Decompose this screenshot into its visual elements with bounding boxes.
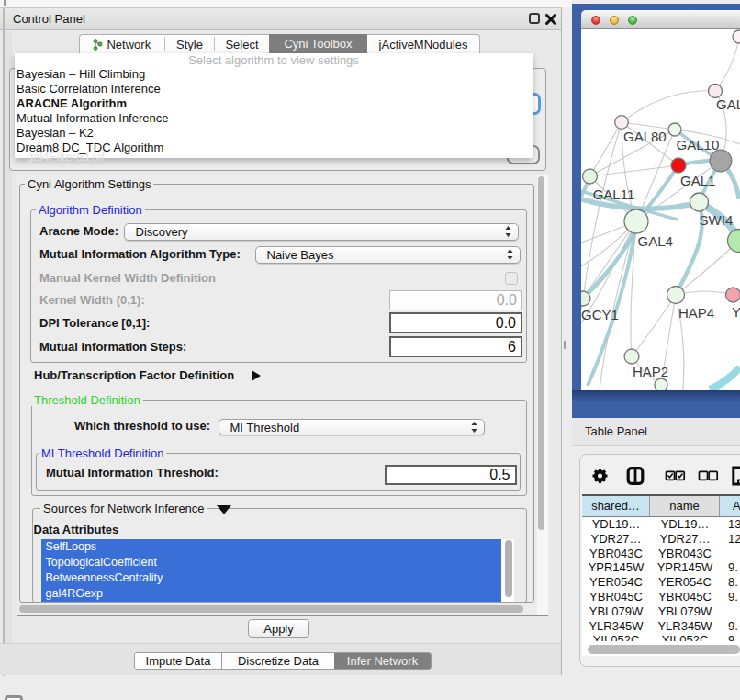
svg-text:Y: Y [732, 304, 740, 320]
svg-text:HAP2: HAP2 [633, 364, 668, 379]
svg-text:SWI4: SWI4 [700, 212, 734, 228]
svg-text:GAL10: GAL10 [677, 137, 720, 152]
svg-text:GAL4: GAL4 [638, 233, 673, 249]
svg-text:GAL1: GAL1 [680, 173, 715, 188]
svg-text:HAP4: HAP4 [678, 305, 714, 321]
svg-text:GCY1: GCY1 [581, 307, 619, 322]
svg-text:GAL7: GAL7 [716, 96, 740, 112]
svg-text:GAL80: GAL80 [623, 129, 667, 144]
svg-text:GAL11: GAL11 [593, 186, 635, 202]
